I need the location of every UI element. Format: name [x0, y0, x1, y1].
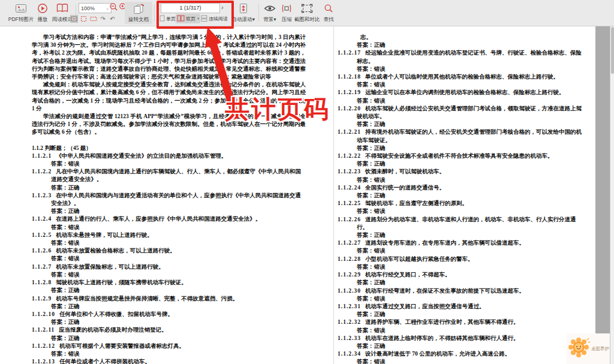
chevron-down-icon: ▾ — [252, 16, 255, 22]
fit-visible-button[interactable] — [89, 15, 97, 23]
question-list-right: 1.1.2.17经运输企业批准可以使用变造的机动车登记证书、号牌、行驶证、检验合… — [338, 49, 585, 364]
double-page-icon — [177, 15, 185, 23]
question-number: 1.1.2.3 — [32, 192, 52, 198]
auto-scroll-button[interactable]: 自动滚动▾ — [229, 2, 258, 24]
double-page-label: 双页 — [186, 16, 195, 22]
answer-line: 答案：错误 — [32, 239, 306, 247]
question-number: 1.1.2.34 — [338, 351, 361, 357]
answer-line: 答案：错误 — [338, 176, 585, 184]
question-number: 1.1.2.31 — [338, 303, 361, 309]
question-item: 1.1.2.24全国实行统一的道路交通信号。 — [338, 184, 585, 192]
question-item: 1.1.2.23饮酒未醉时，可以驾驶机动车。 — [338, 168, 585, 176]
question-number: 1.1.2.27 — [338, 240, 361, 246]
single-page-button[interactable]: 单页 — [158, 14, 177, 23]
pdf-to-image-button[interactable]: PDF转图片 — [5, 2, 37, 24]
auto-scroll-icon — [239, 2, 248, 14]
question-number: 1.1.2.5 — [32, 232, 52, 238]
page-number-input[interactable]: 1 (1/317) — [161, 3, 220, 13]
screenshot-compare-button[interactable]: 截图和对比 — [293, 2, 321, 24]
question-item: 1.1.2.25驾驶机动车，应当遵守左侧通行的原则。 — [338, 200, 585, 207]
answer-line: 答案：错误 — [32, 271, 306, 279]
zoom-out-button[interactable] — [109, 2, 118, 14]
fit-page-button[interactable] — [80, 15, 88, 23]
reading-mode-label: 阅读模式 — [52, 16, 73, 23]
answer-line: 答案：错误 — [338, 327, 585, 335]
answer-line: 答案：错误 — [338, 358, 585, 364]
question-item: 1.1.2.6机动车未放置检验合格标志，可以上道路行驶。 — [32, 247, 306, 255]
question-item: 1.1.2.27道路划设专用车道的，在专用车道内，其他车辆可以借道超车。 — [338, 239, 585, 247]
answer-line: 答案：正确 — [338, 279, 585, 287]
question-item: 1.1.2.12机动车可根据个人需要安装警报器或者标志灯具。 — [32, 342, 306, 350]
answer-line: 答案：正确 — [338, 145, 585, 152]
rotate-ccw-icon[interactable]: ↶ — [109, 15, 116, 23]
question-item: 1.1.2.28小型机动车可以超越执行紧急任务的警车。 — [338, 255, 585, 263]
rotate-document-icon — [132, 2, 145, 14]
question-item: 1.1.2.30机动车行经弯道时，在保证不发生事故的前提下可以迅速超车。 — [338, 287, 585, 295]
question-number: 1.1.2.17 — [338, 50, 361, 56]
question-item: 1.1.2.10任何单位和个人不得收缴、扣留机动车号牌。 — [32, 311, 306, 318]
separator — [154, 4, 155, 22]
question-number: 1.1.2.1 — [32, 153, 52, 159]
pdf-to-image-label: PDF转图片 — [8, 16, 34, 23]
answer-line: 答案：正确 — [338, 121, 585, 128]
question-number: 1.1.2.12 — [32, 343, 55, 349]
play-label: 播放 — [38, 16, 48, 23]
double-page-button[interactable]: 双页 ▾ — [176, 14, 200, 23]
search-button[interactable]: 查找 — [320, 2, 337, 24]
play-button[interactable]: 播放 — [34, 2, 52, 24]
scrollbar[interactable] — [610, 26, 614, 364]
single-page-icon — [159, 15, 165, 23]
question-number: 1.1.2.26 — [338, 216, 361, 222]
question-item: 1.1.2.29机动车行经交叉路口，不得超车。 — [338, 271, 585, 279]
question-item: 1.1.2.21持有境外机动车驾驶证的人，经公安机关交通管理部门考核合格的，可以… — [338, 128, 585, 144]
answer-line: 答案：错误 — [338, 207, 585, 215]
question-item: 1.1.2.32道路养护车辆、工程作业车进行作业时，其他车辆不得通行。 — [338, 318, 585, 326]
previous-page-button[interactable]: ‹ — [157, 3, 159, 12]
answer-line: 答案：错误 — [32, 350, 306, 358]
question-item: 1.1.2.17经运输企业批准可以使用变造的机动车登记证书、号牌、行驶证、检验合… — [338, 49, 585, 65]
zoom-level-select[interactable]: 100% ⌄ — [79, 3, 112, 13]
question-number: 1.1.2.18 — [338, 74, 361, 80]
auto-scroll-label: 自动滚动▾ — [232, 16, 255, 23]
pdf-to-image-icon — [15, 2, 27, 14]
question-item: 1.1.2.13任何单位或者个人不得拼装机动车。 — [32, 358, 306, 364]
question-number: 1.1.2.23 — [338, 169, 361, 175]
question-item: 1.1.2.18单位或者个人可以临时使用其他机动车的检验合格标志、保险标志上路行… — [338, 73, 585, 81]
viewer-gutter — [595, 26, 610, 364]
desktop-widget-label: 桌面养护 — [591, 346, 609, 352]
question-number: 1.1.2.8 — [32, 279, 52, 285]
question-number: 1.1.2.9 — [32, 296, 52, 302]
continuous-reading-button[interactable]: 连续阅读 — [200, 14, 229, 23]
answer-line: 答案：错误 — [338, 97, 585, 105]
question-item: 1.1.2.4在道路上通行的行人、乘车人，应参照执行《中华人民共和国道路交通安全… — [32, 215, 306, 223]
answer-line: 答案：错误 — [32, 255, 306, 263]
question-number: 1.1.2.30 — [338, 288, 361, 294]
answer-line: 答案：错误 — [32, 224, 306, 231]
question-number: 1.1.2.10 — [32, 311, 55, 317]
next-page-button[interactable]: › — [221, 3, 224, 12]
page-divider — [333, 26, 334, 364]
rotate-document-label: 旋转文档 — [128, 16, 149, 23]
eye-icon — [264, 2, 276, 14]
background-button[interactable]: 背景▾ — [260, 2, 279, 24]
question-item: 1.1.2.3在中华人民共和国境内与道路交通活动有关的单位和个人，应参照执行《中… — [32, 192, 306, 207]
rotate-document-button[interactable]: 旋转文档 — [125, 2, 152, 24]
search-label: 查找 — [324, 16, 334, 23]
continuous-reading-icon — [201, 15, 207, 23]
question-number: 1.1.2.19 — [338, 89, 361, 95]
question-item: 1.1.2.22不得驾驶安全设施不全或者机件不符合技术标准等具有安全隐患的机动车… — [338, 152, 585, 160]
answer-line: 答案：正确 — [32, 207, 306, 215]
question-item: 1.1.2.2凡在中华人民共和国境内道路上通行的车辆驾驶人、行人、乘车人，都必须… — [32, 168, 306, 183]
question-item: 1.1.2.31机动车通过交叉路口，应当按照交通信号通过。 — [338, 303, 585, 311]
crop-frame-icon — [301, 2, 313, 14]
chevron-down-icon: ▾ — [197, 16, 199, 21]
zoom-level-value: 100% — [81, 5, 95, 11]
fit-width-button[interactable] — [70, 15, 78, 23]
question-number: 1.1.2.25 — [338, 200, 361, 206]
scrollbar-thumb[interactable] — [611, 27, 614, 74]
desktop-widget[interactable]: 桌面养护 — [567, 333, 610, 364]
rotate-cw-icon[interactable]: ↷ — [99, 15, 107, 23]
question-item: 1.1.2.11应当报废的机动车必须及时办理注销登记。 — [32, 326, 306, 334]
question-item: 1.1.2.8驾驶机动车上道路行驶，须随车携带机动车行驶证。 — [32, 279, 306, 287]
question-item: 1.1.2.1《中华人民共和国道路交通安全法》的立法目的是加强机动车管理。 — [32, 152, 306, 160]
